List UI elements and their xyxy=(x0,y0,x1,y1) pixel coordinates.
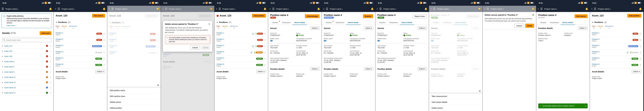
position-row[interactable]: Position 1Class I 📡🔋Alarm ⋮ xyxy=(214,31,268,37)
position-row[interactable]: Position 5Class I Healthy ⋮ xyxy=(590,56,643,62)
position-row[interactable]: Position 1Class I Alarm ⋮ xyxy=(107,31,161,37)
more-icon[interactable]: ⋮ xyxy=(49,55,52,58)
position-row[interactable]: Position 4Class I 📡🔋No sensor ⋮ xyxy=(590,49,643,56)
close-icon[interactable]: ✕ xyxy=(479,90,481,93)
delete-button[interactable]: Delete xyxy=(525,24,534,28)
delete-sensor[interactable]: Delete sensor xyxy=(107,99,161,105)
asset-row[interactable]: ▸ Asset name 8 ! ⋮ xyxy=(0,69,54,75)
bell-icon[interactable]: 🔔 xyxy=(103,7,106,10)
tab-temperature[interactable]: Temperature xyxy=(441,20,453,25)
more-icon[interactable]: ⋮ xyxy=(264,51,266,53)
pair-sensor-button[interactable]: Pair sensor xyxy=(92,14,105,18)
position-row[interactable]: Position 2Class I Alarm ⋮ xyxy=(107,37,161,43)
asset-row[interactable]: ▸ Asset_222 ! ⋮ xyxy=(0,49,54,54)
more-icon[interactable]: ⋮ xyxy=(49,60,52,63)
view-sensor-details[interactable]: View sensor details xyxy=(429,99,482,105)
asset-row[interactable]: ▸ Asset name 12 ! ⋮ xyxy=(0,80,54,85)
action-button[interactable]: Acknowledge xyxy=(305,14,320,18)
tab-vibration[interactable]: Vibration xyxy=(431,20,441,25)
asset-row[interactable]: ▸ Asset name 11 ! ⋮ xyxy=(0,75,54,80)
close-icon[interactable]: ✕ xyxy=(585,105,586,107)
more-icon[interactable]: ⋮ xyxy=(640,39,641,41)
actions-dropdown[interactable]: Actions ▾ xyxy=(310,26,320,30)
more-icon[interactable]: ⋮ xyxy=(103,39,105,41)
close-icon[interactable]: ✕ xyxy=(532,14,534,16)
position-row[interactable]: Position 6Class I Healthy ⋮ xyxy=(590,62,643,68)
more-icon[interactable]: ⋮ xyxy=(49,76,52,78)
more-icon[interactable]: ⋮ xyxy=(49,81,52,84)
position-row[interactable]: Position 1Class I Alarm ⋮ xyxy=(54,31,107,37)
position-row[interactable]: Position 5Class I Healthy ⋮ xyxy=(214,56,268,62)
more-icon[interactable]: ⋮ xyxy=(103,51,105,53)
position-row[interactable]: Position 3Class I Maintenance ⋮ xyxy=(107,43,161,50)
more-icon[interactable]: ⋮ xyxy=(157,33,159,35)
delete-sensor[interactable]: Delete sensor xyxy=(429,105,482,111)
tab-sensor-details[interactable]: Sensor details xyxy=(561,20,575,25)
actions-dropdown[interactable]: Actions ▾ xyxy=(96,70,105,73)
back-icon[interactable]: ‹ xyxy=(55,7,56,10)
more-icon[interactable]: ⋮ xyxy=(640,64,641,66)
tab-sensor-details[interactable]: Sensor details xyxy=(346,20,360,25)
action-button[interactable]: Resolve xyxy=(363,14,373,18)
position-row[interactable]: Position 3Class I Maintenance ⋮ xyxy=(590,43,643,49)
action-button[interactable]: Report issue xyxy=(412,14,427,18)
tab-sensor-details[interactable]: Sensor details xyxy=(400,20,414,25)
asset-row[interactable]: ▸ Asset name 14 🔧 ⋮ xyxy=(0,85,54,90)
position-row[interactable]: Position 6Class I Healthy ⋮ xyxy=(214,62,268,68)
edit-position-name[interactable]: Edit position name xyxy=(107,88,161,93)
position-row[interactable]: Position 2Class I Alarm ⋮ xyxy=(54,37,107,43)
position-row[interactable]: Position 5Class I Healthy ⋮ xyxy=(54,56,107,62)
menu-icon[interactable]: ☰ xyxy=(58,7,60,10)
more-icon[interactable]: ⋮ xyxy=(264,58,266,60)
position-row[interactable]: Position 2Class I Alarm ⋮ xyxy=(214,37,268,43)
more-icon[interactable]: ⋮ xyxy=(103,64,105,66)
more-icon[interactable]: ⋮ xyxy=(264,39,266,41)
more-icon[interactable]: ⋮ xyxy=(640,51,641,53)
tab-temperature[interactable]: Temperature xyxy=(548,20,560,25)
asset-row[interactable]: ▸ Asset_123 ! ⋮ xyxy=(0,43,54,49)
search-field[interactable]: 🔍 xyxy=(2,38,52,42)
position-row[interactable]: Position 6Class I Healthy ⋮ xyxy=(54,62,107,68)
more-icon[interactable]: ⋮ xyxy=(49,50,52,52)
positions-section[interactable]: ▼Positions (6) xyxy=(54,19,107,25)
add-position-button[interactable]: Add position xyxy=(252,14,266,18)
project-title[interactable]: Project name▾ xyxy=(6,8,48,10)
add-asset-button[interactable]: Add asset xyxy=(40,31,52,35)
asset-row[interactable]: ▸ Asset name 7 ! ⋮ xyxy=(0,64,54,69)
more-icon[interactable]: ⋮ xyxy=(49,86,52,89)
position-row[interactable]: Position 2Class I Alarm ⋮ xyxy=(590,37,643,43)
more-icon[interactable]: ⋮ xyxy=(49,45,52,47)
add-position-button[interactable]: Add position xyxy=(627,14,641,18)
pair-sensor-button[interactable]: Pair Sensor xyxy=(574,14,588,18)
more-icon[interactable]: ⋮ xyxy=(49,71,52,73)
tab-vibration[interactable]: Vibration xyxy=(270,20,280,25)
more-icon[interactable]: ⋮ xyxy=(157,39,159,41)
actions-dropdown[interactable]: Actions ▾ xyxy=(364,26,373,30)
tab-temperature[interactable]: Temperature xyxy=(387,20,400,25)
more-icon[interactable]: ⋮ xyxy=(264,33,266,35)
actions-dropdown[interactable]: Actions ▾ xyxy=(418,26,427,30)
more-icon[interactable]: ⋮ xyxy=(103,33,105,35)
cancel-button[interactable]: Cancel xyxy=(514,24,524,28)
tab-sensor-details[interactable]: Sensor details xyxy=(292,20,307,25)
learn-more-link[interactable]: Learn more ↗ xyxy=(7,24,16,27)
actions-dropdown[interactable]: Actions ▾ xyxy=(471,26,480,30)
asset-row[interactable]: ▸ Asset_333 ! ⋮ xyxy=(0,54,54,59)
close-icon[interactable]: ✕ xyxy=(157,84,159,87)
more-icon[interactable]: ⋮ xyxy=(49,66,52,68)
tab-vibration[interactable]: Vibration xyxy=(324,20,334,25)
action-button[interactable]: Report issue xyxy=(466,14,480,18)
position-row[interactable]: Position 3Class I Maintenance ⋮ xyxy=(54,43,107,49)
more-icon[interactable]: ⋮ xyxy=(103,45,105,47)
more-icon[interactable]: ⋮ xyxy=(49,92,52,94)
more-icon[interactable]: ⋮ xyxy=(264,45,266,47)
cancel-button[interactable]: Cancel xyxy=(190,46,200,50)
tab-temperature[interactable]: Temperature xyxy=(334,20,346,25)
position-row[interactable]: Position 1Class I Alarm ⋮ xyxy=(590,31,643,37)
more-icon[interactable]: ⋮ xyxy=(640,58,641,60)
close-icon[interactable]: ✕ xyxy=(208,23,210,25)
search-input[interactable] xyxy=(2,38,52,42)
position-row[interactable]: Position 4Class I No sensor ⋮ xyxy=(54,49,107,56)
tab-vibration[interactable]: Vibration xyxy=(378,20,387,25)
more-icon[interactable]: ⋮ xyxy=(157,52,159,54)
